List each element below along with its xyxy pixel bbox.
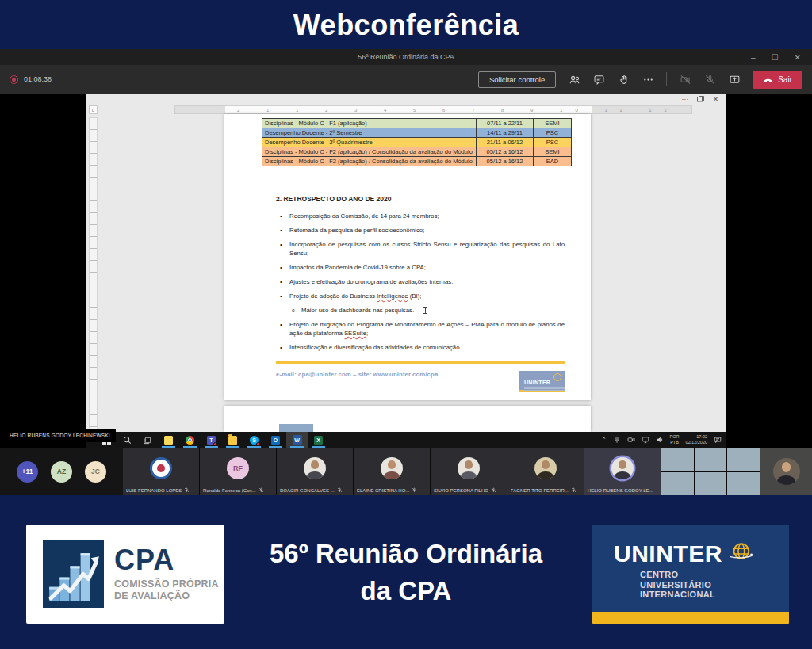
recording-timer: 01:08:38 (24, 75, 52, 83)
sub-list-item: Maior uso de dashboards nas pesquisas. (301, 306, 565, 315)
participant-tile[interactable] (760, 448, 812, 495)
misspelled-word: SESuite (344, 330, 366, 337)
taskbar-app-chrome[interactable] (179, 432, 201, 448)
tray-volume-icon[interactable] (656, 436, 664, 444)
gallery-video-tile[interactable] (661, 448, 760, 495)
ruler-tabstop[interactable]: L (89, 105, 98, 114)
taskbar-app-teams[interactable]: T (201, 432, 222, 448)
table-cell-modality: PSC (534, 128, 572, 138)
participant-tile[interactable]: SILVIO PERSONA FILHO (431, 448, 507, 495)
hangup-icon (763, 74, 773, 85)
mic-muted-icon (259, 487, 264, 493)
document-page-2[interactable] (224, 406, 591, 432)
leave-button-label: Sair (778, 75, 792, 84)
taskbar-app-excel[interactable]: X (308, 432, 329, 448)
mic-muted-icon (184, 487, 190, 493)
participant-tile[interactable]: RF Ronaldo Fonseca (Con... (200, 448, 276, 495)
more-participants-avatar[interactable]: +11 (17, 461, 38, 483)
list-item: Projeto de migração do Programa de Monit… (289, 320, 565, 338)
uninter-mini-logo: UNINTER (519, 371, 565, 392)
cpa-logo: CPA COMISSÃO PRÓPRIA DE AVALIAÇÃO (26, 525, 224, 624)
more-options-icon[interactable] (642, 73, 654, 86)
maximize-icon[interactable]: ☐ (772, 53, 779, 62)
mic-muted-icon (337, 487, 343, 493)
system-tray: ⌃ PORPTB 17:0202/12/2020 (602, 432, 726, 448)
list-item: Projeto de adoção do Business Intelligen… (289, 292, 565, 300)
mic-off-icon[interactable] (703, 73, 716, 86)
participant-name: Ronaldo Fonseca (Con... (203, 488, 256, 493)
footer-separator (276, 361, 565, 364)
avatar-speaking (611, 457, 634, 479)
request-control-button[interactable]: Solicitar controle (478, 71, 556, 88)
taskbar-app-skype[interactable]: S (243, 432, 265, 448)
globe-icon (553, 373, 561, 381)
event-banner: CPA COMISSÃO PRÓPRIA DE AVALIAÇÃO 56º Re… (0, 495, 812, 649)
uninter-subtitle-line3: INTERNACIONAL (640, 590, 789, 600)
avatar[interactable]: AZ (51, 461, 72, 483)
meeting-titlebar: 56ª Reunião Ordinária da CPA – ☐ ✕ (0, 49, 812, 65)
document-page-1[interactable]: Disciplinas - Módulo C - F1 (aplicação) … (224, 114, 591, 400)
participant-tile[interactable]: ELAINE CRISTINA HO... (354, 448, 430, 495)
table-cell-activity: Desempenho Docente - 3º Quadrimestre (262, 138, 477, 147)
tray-camera-icon[interactable] (627, 436, 635, 444)
chat-icon[interactable] (592, 73, 605, 86)
participant-tile[interactable]: DOACIR GONCALVES ... (277, 448, 353, 495)
minimize-icon[interactable]: – (751, 53, 756, 62)
mic-muted-icon (412, 487, 417, 493)
windows-taskbar: T S O W X ⌃ PORPTB 17:0202/12/2020 (86, 432, 726, 448)
taskbar-app-outlook[interactable]: O (265, 432, 286, 448)
tray-expand-icon[interactable]: ⌃ (602, 437, 607, 443)
document-footer: e-mail: cpa@uninter.com – site: www.unin… (276, 371, 565, 392)
avatar[interactable]: JC (85, 461, 106, 483)
participant-strip: +11 AZ JC LUIS FERNANDO LOPES RF Ronaldo… (0, 448, 812, 495)
avatar (304, 457, 326, 479)
participant-tile-speaking[interactable]: HELIO RUBENS GODOY LE... (584, 448, 661, 495)
word-more-icon[interactable]: ⋯ (681, 96, 688, 103)
tray-mic-icon[interactable] (613, 436, 621, 444)
table-row: Desempenho Docente - 3º Quadrimestre 21/… (262, 138, 572, 147)
leave-button[interactable]: Sair (753, 71, 802, 89)
taskbar-app-sticky-notes[interactable] (158, 432, 179, 448)
uninter-gold-bar (592, 612, 789, 624)
cpa-subtitle-line2: DE AVALIAÇÃO (114, 590, 219, 602)
table-cell-period: 05/12 a 16/12 (477, 147, 534, 157)
avatar: RF (227, 457, 249, 479)
word-restore-icon[interactable] (697, 96, 704, 102)
toolbar-divider (666, 72, 667, 86)
share-screen-icon[interactable] (728, 73, 741, 86)
table-cell-modality: SEMI (534, 147, 572, 157)
list-item: Incorporação de pesquisas com os cursos … (289, 240, 565, 258)
table-cell-modality: EAD (534, 157, 572, 166)
taskbar-app-explorer[interactable] (222, 432, 243, 448)
vertical-ruler (89, 117, 98, 432)
word-close-icon[interactable]: ✕ (713, 96, 718, 103)
close-icon[interactable]: ✕ (795, 53, 801, 62)
participants-icon[interactable] (568, 73, 580, 86)
uninter-subtitle-line1: CENTRO (640, 570, 789, 580)
participant-tile[interactable]: FAGNER TITO FERREIR... (508, 448, 584, 495)
list-item: Ajustes e efetivação do cronograma de av… (289, 277, 565, 286)
taskbar-app-word[interactable]: W (286, 432, 308, 448)
bullet-list: Recomposição da Comissão, de 14 para 24 … (289, 212, 565, 352)
uninter-subtitle-line2: UNIVERSITÁRIO (640, 580, 789, 590)
tray-clock[interactable]: 17:0202/12/2020 (685, 434, 707, 445)
raise-hand-icon[interactable] (617, 73, 630, 86)
participant-name: DOACIR GONCALVES ... (280, 488, 335, 493)
tray-notifications-icon[interactable] (714, 436, 722, 444)
search-icon[interactable] (117, 432, 137, 448)
list-item: Intensificação e diversificação das ativ… (289, 343, 565, 352)
footer-contact-text: e-mail: cpa@uninter.com – site: www.unin… (276, 371, 438, 378)
participant-name: HELIO RUBENS GODOY LE... (588, 488, 653, 493)
presenter-name-label: HELIO RUBENS GODOY LECHINEWSKI (4, 429, 116, 442)
camera-off-icon[interactable] (679, 73, 691, 86)
avatar (773, 458, 800, 485)
word-window: ⋯ ✕ L 2 1 1 2 3 4 5 6 7 8 9 10 11 12 13 … (86, 94, 726, 432)
participant-name: ELAINE CRISTINA HO... (357, 488, 409, 493)
task-view-icon[interactable] (137, 432, 158, 448)
participant-tile[interactable]: LUIS FERNANDO LOPES (123, 448, 199, 495)
globe-icon (726, 540, 756, 567)
uninter-logo: UNINTER CENTRO UNIVERSITÁRIO INTERNACION… (592, 525, 789, 624)
tray-display-icon[interactable] (642, 436, 649, 444)
tray-language[interactable]: PORPTB (670, 434, 680, 445)
event-title: 56º Reunião Ordinária da CPA (232, 493, 580, 649)
